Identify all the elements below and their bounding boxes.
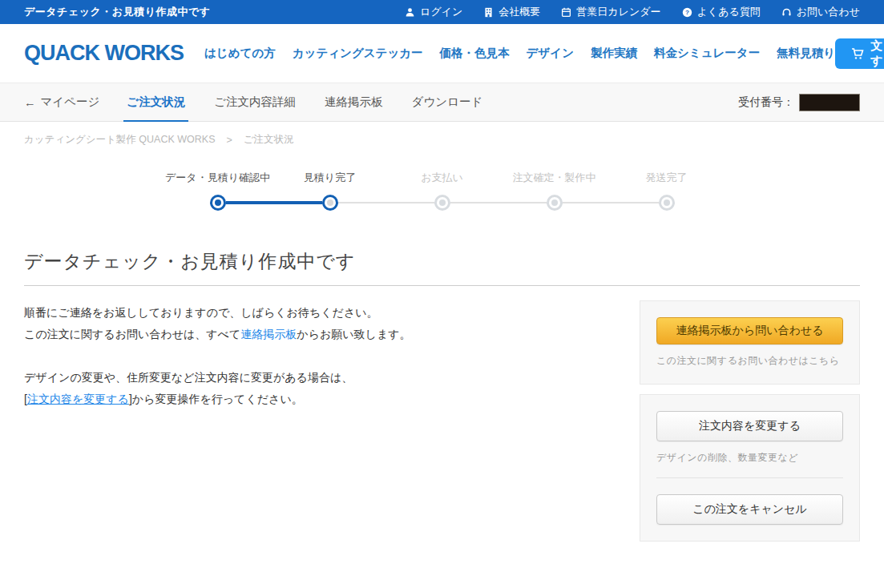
calendar-icon [561, 7, 571, 18]
receipt-number-label: 受付番号： [738, 95, 794, 110]
building-icon [483, 7, 494, 18]
nav-item-design[interactable]: デザイン [527, 46, 574, 61]
faq-label: よくある質問 [697, 5, 761, 19]
company-link[interactable]: 会社概要 [483, 5, 540, 19]
question-icon: ? [682, 7, 692, 18]
step-circle-pending-icon [434, 195, 450, 211]
contact-panel: 連絡掲示板から問い合わせる この注文に関するお問い合わせはこちら [640, 300, 860, 385]
topbar: データチェック・お見積り作成中です ログイン 会社概要 営業日カレンダー ? よ… [0, 0, 884, 24]
headset-icon [781, 7, 792, 18]
company-label: 会社概要 [499, 5, 540, 19]
login-link[interactable]: ログイン [405, 5, 462, 19]
page-title: データチェック・お見積り作成中です [24, 249, 860, 274]
calendar-link[interactable]: 営業日カレンダー [561, 5, 660, 19]
order-progress-stepper: データ・見積り確認中 見積り完了 お支払い 注文確定・製作中 発送完了 [162, 171, 723, 211]
contact-board-inline-link[interactable]: 連絡掲示板 [240, 328, 297, 340]
status-paragraph-2: デザインの変更や、住所変更など注文内容に変更がある場合は、 [注文内容を変更する… [24, 367, 640, 411]
site-logo[interactable]: QUACK WORKS [24, 41, 184, 66]
nav-item-price-samples[interactable]: 価格・色見本 [440, 46, 510, 61]
tab-order-status[interactable]: ご注文状況 [127, 83, 185, 121]
step-circle-next-icon [322, 195, 338, 211]
step-data-check: データ・見積り確認中 [162, 171, 274, 211]
panel-divider [656, 477, 843, 478]
nav-item-cutting-sticker[interactable]: カッティングステッカー [293, 46, 423, 61]
back-arrow-icon: ← [24, 96, 36, 109]
page-heading-wrap: データチェック・お見積り作成中です [24, 249, 860, 286]
change-order-panel: 注文内容を変更する デザインの削除、数量変更など この注文をキャンセル [640, 394, 860, 542]
breadcrumb: カッティングシート製作 QUACK WORKS > ご注文状況 [24, 122, 860, 147]
topbar-status-title: データチェック・お見積り作成中です [24, 5, 211, 19]
step-label: 見積り完了 [304, 171, 356, 185]
calendar-label: 営業日カレンダー [576, 5, 660, 19]
login-label: ログイン [420, 5, 462, 19]
step-label: 発送完了 [646, 171, 688, 185]
main-nav: はじめての方 カッティングステッカー 価格・色見本 デザイン 製作実績 料金シミ… [204, 46, 835, 61]
breadcrumb-current: ご注文状況 [244, 133, 294, 147]
step-label: お支払い [421, 171, 463, 185]
sidebar: 連絡掲示板から問い合わせる この注文に関するお問い合わせはこちら 注文内容を変更… [640, 300, 860, 542]
content: 順番にご連絡をお返ししておりますので、しばらくお待ちください。 この注文に関する… [24, 300, 860, 542]
back-to-mypage-label: マイページ [41, 95, 100, 110]
status-paragraph-1: 順番にご連絡をお返ししておりますので、しばらくお待ちください。 この注文に関する… [24, 302, 640, 346]
user-icon [405, 7, 415, 18]
step-circle-pending-icon [547, 195, 563, 211]
step-circle-pending-icon [659, 195, 675, 211]
step-production: 注文確定・製作中 [499, 171, 611, 211]
contact-board-button[interactable]: 連絡掲示板から問い合わせる [656, 317, 843, 344]
site-header: QUACK WORKS はじめての方 カッティングステッカー 価格・色見本 デザ… [0, 24, 884, 83]
cart-icon [851, 47, 864, 60]
contact-label: お問い合わせ [797, 5, 860, 19]
breadcrumb-root[interactable]: カッティングシート製作 QUACK WORKS [24, 133, 215, 147]
receipt-number-redacted [799, 94, 860, 111]
breadcrumb-separator: > [226, 135, 232, 146]
status-line-1: 順番にご連絡をお返ししておりますので、しばらくお待ちください。 [24, 306, 378, 319]
step-label: 注文確定・製作中 [513, 171, 596, 185]
step-shipped: 発送完了 [611, 171, 723, 211]
faq-link[interactable]: ? よくある質問 [682, 5, 761, 19]
tab-contact-board[interactable]: 連絡掲示板 [325, 83, 383, 121]
back-to-mypage-link[interactable]: ← マイページ [24, 83, 99, 121]
subnav-tabs: ご注文状況 ご注文内容詳細 連絡掲示板 ダウンロード [127, 83, 738, 121]
change-order-inline-link[interactable]: 注文内容を変更する [27, 393, 129, 405]
nav-item-first-time[interactable]: はじめての方 [204, 46, 276, 61]
step-circle-current-icon [210, 195, 226, 211]
step-payment: お支払い [386, 171, 499, 211]
order-button[interactable]: 注文する [835, 38, 884, 69]
cancel-order-button[interactable]: この注文をキャンセル [656, 494, 843, 525]
change-order-button[interactable]: 注文内容を変更する [656, 411, 843, 441]
status-description: 順番にご連絡をお返ししておりますので、しばらくお待ちください。 この注文に関する… [24, 300, 640, 410]
change-line-1: デザインの変更や、住所変更など注文内容に変更がある場合は、 [24, 371, 353, 384]
order-subnav: ← マイページ ご注文状況 ご注文内容詳細 連絡掲示板 ダウンロード 受付番号： [0, 83, 884, 122]
tab-order-details[interactable]: ご注文内容詳細 [214, 83, 296, 121]
contact-link[interactable]: お問い合わせ [781, 5, 860, 19]
status-line-2-pre: この注文に関するお問い合わせは、すべて [24, 328, 240, 340]
topbar-links: ログイン 会社概要 営業日カレンダー ? よくある質問 お問い合わせ [405, 5, 860, 19]
change-line-2-post: から変更操作を行ってください。 [132, 393, 303, 405]
step-label: データ・見積り確認中 [165, 171, 270, 185]
status-line-2-post: からお願い致します。 [297, 328, 410, 340]
nav-item-works[interactable]: 製作実績 [591, 46, 637, 61]
nav-item-simulator[interactable]: 料金シミュレーター [654, 46, 760, 61]
step-quote-done: 見積り完了 [274, 171, 386, 211]
nav-item-free-quote[interactable]: 無料見積り [777, 46, 835, 61]
svg-text:?: ? [685, 9, 689, 16]
tab-download[interactable]: ダウンロード [412, 83, 483, 121]
order-button-label: 注文する [870, 23, 882, 84]
contact-panel-caption: この注文に関するお問い合わせはこちら [656, 354, 843, 368]
change-order-caption: デザインの削除、数量変更など [656, 451, 843, 465]
receipt-number: 受付番号： [738, 83, 860, 121]
